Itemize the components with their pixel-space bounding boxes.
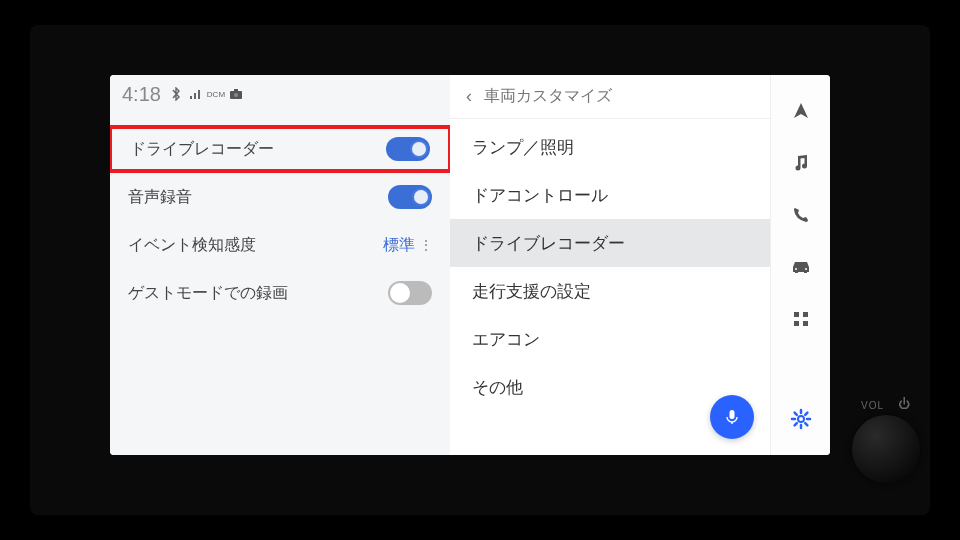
- toggle-audio-record[interactable]: [388, 185, 432, 209]
- settings-panel: 4:18 DCM ドライブレコーダー: [110, 75, 450, 455]
- panel-header[interactable]: ‹ 車両カスタマイズ: [450, 75, 770, 119]
- device-frame: 4:18 DCM ドライブレコーダー: [30, 25, 930, 515]
- mic-button[interactable]: [710, 395, 754, 439]
- signal-icon: [189, 87, 203, 101]
- settings-row-audio-record[interactable]: 音声録音: [110, 173, 450, 221]
- svg-point-5: [234, 93, 238, 97]
- menu-item-door-control[interactable]: ドアコントロール: [450, 171, 770, 219]
- volume-knob[interactable]: [852, 415, 920, 483]
- settings-row-drive-recorder[interactable]: ドライブレコーダー: [110, 125, 452, 173]
- settings-row-event-sensitivity[interactable]: イベント検知感度 標準 ⋮: [110, 221, 450, 269]
- car-icon: [790, 259, 812, 275]
- power-icon: ⏻: [898, 397, 910, 411]
- phone-icon: [791, 205, 811, 225]
- svg-rect-2: [198, 90, 200, 99]
- settings-value[interactable]: 標準 ⋮: [383, 235, 432, 256]
- mic-icon: [723, 408, 741, 426]
- app-sidebar: [770, 75, 830, 455]
- settings-label: 音声録音: [128, 187, 192, 208]
- sidebar-music[interactable]: [771, 137, 831, 189]
- toggle-drive-recorder[interactable]: [386, 137, 430, 161]
- vol-label: VOL: [861, 400, 884, 411]
- music-icon: [791, 153, 811, 173]
- menu-item-drive-recorder[interactable]: ドライブレコーダー: [450, 219, 770, 267]
- svg-rect-12: [794, 321, 799, 326]
- panel-title: 車両カスタマイズ: [484, 86, 612, 107]
- value-text: 標準: [383, 235, 415, 256]
- svg-rect-11: [803, 312, 808, 317]
- svg-rect-13: [803, 321, 808, 326]
- sidebar-phone[interactable]: [771, 189, 831, 241]
- sidebar-navigate[interactable]: [771, 85, 831, 137]
- status-icons: DCM: [169, 87, 243, 101]
- sidebar-settings[interactable]: [771, 393, 831, 445]
- svg-rect-1: [194, 93, 196, 99]
- status-time: 4:18: [122, 83, 161, 106]
- menu-item-drive-support[interactable]: 走行支援の設定: [450, 267, 770, 315]
- bluetooth-icon: [169, 87, 183, 101]
- settings-row-guest-mode[interactable]: ゲストモードでの録画: [110, 269, 450, 317]
- svg-rect-4: [234, 89, 238, 92]
- menu-item-aircon[interactable]: エアコン: [450, 315, 770, 363]
- svg-point-9: [805, 268, 807, 270]
- status-bar: 4:18 DCM: [110, 75, 450, 113]
- apps-icon: [792, 310, 810, 328]
- dcm-icon: DCM: [209, 87, 223, 101]
- settings-label: イベント検知感度: [128, 235, 256, 256]
- sidebar-car[interactable]: [771, 241, 831, 293]
- more-dots-icon: ⋮: [419, 237, 432, 253]
- svg-rect-10: [794, 312, 799, 317]
- gear-icon: [790, 408, 812, 430]
- settings-label: ドライブレコーダー: [130, 139, 274, 160]
- settings-label: ゲストモードでの録画: [128, 283, 288, 304]
- screen: 4:18 DCM ドライブレコーダー: [110, 75, 830, 455]
- sidebar-apps[interactable]: [771, 293, 831, 345]
- svg-point-14: [798, 416, 804, 422]
- menu-panel: ‹ 車両カスタマイズ ランプ／照明 ドアコントロール ドライブレコーダー 走行支…: [450, 75, 770, 455]
- toggle-guest-mode[interactable]: [388, 281, 432, 305]
- menu-item-lamp[interactable]: ランプ／照明: [450, 123, 770, 171]
- svg-rect-6: [730, 410, 735, 419]
- navigate-icon: [791, 101, 811, 121]
- chevron-left-icon[interactable]: ‹: [466, 86, 472, 107]
- camera-icon: [229, 87, 243, 101]
- settings-list: ドライブレコーダー 音声録音 イベント検知感度 標準 ⋮ ゲストモードでの録画: [110, 113, 450, 455]
- svg-rect-0: [190, 96, 192, 99]
- svg-point-8: [795, 268, 797, 270]
